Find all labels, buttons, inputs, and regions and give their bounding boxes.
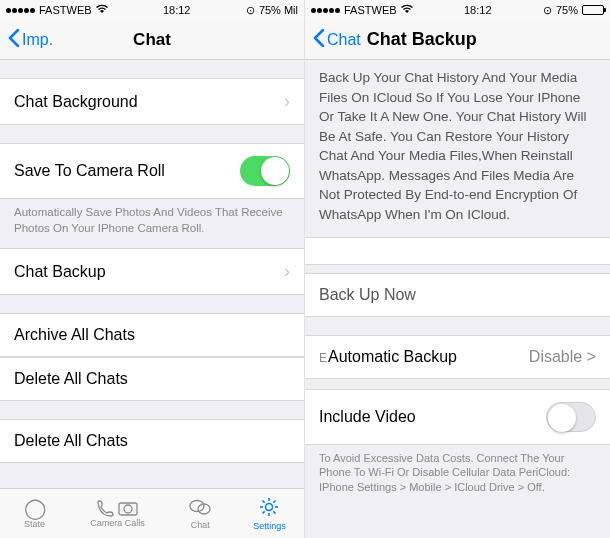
tab-state[interactable]: ◯ State: [0, 489, 69, 538]
battery-text: 75% Mil: [259, 4, 298, 16]
nav-bar: Imp. Chat: [0, 20, 304, 60]
spacer-cell: [305, 237, 610, 265]
delete-all-label: Delete All Chats: [14, 370, 128, 388]
nav-bar: Chat Chat Backup: [305, 20, 610, 60]
carrier-label: FASTWEB: [39, 4, 92, 16]
save-camera-roll-label: Save To Camera Roll: [14, 162, 165, 180]
tab-label: State: [24, 519, 45, 529]
chat-background-label: Chat Background: [14, 93, 138, 111]
auto-backup-label: Automatic Backup: [328, 348, 457, 366]
chevron-left-icon: [313, 29, 325, 51]
include-video-row: Include Video: [305, 389, 610, 445]
save-camera-roll-row: Save To Camera Roll: [0, 143, 304, 199]
page-title: Chat: [133, 30, 171, 50]
right-screen: FASTWEB 18:12 ⊙ 75% Chat Chat Backup Bac…: [305, 0, 610, 538]
phone-camera-icon: [96, 499, 138, 517]
status-bar: FASTWEB 18:12 ⊙ 75% Mil: [0, 0, 304, 20]
back-label: Imp.: [22, 31, 53, 49]
back-label: Chat: [327, 31, 361, 49]
tab-chat[interactable]: Chat: [166, 489, 235, 538]
status-time: 18:12: [413, 4, 543, 16]
chat-backup-label: Chat Backup: [14, 263, 106, 281]
delete-all-label: Delete All Chats: [14, 432, 128, 450]
auto-backup-value: Disable >: [529, 348, 596, 366]
archive-all-label: Archive All Chats: [14, 326, 135, 344]
auto-backup-prefix: E: [319, 351, 327, 365]
chat-background-row[interactable]: Chat Background ›: [0, 78, 304, 125]
tab-label: Camera Calls: [90, 518, 145, 528]
automatic-backup-row[interactable]: E Automatic Backup Disable >: [305, 335, 610, 379]
chevron-left-icon: [8, 29, 20, 51]
carrier-label: FASTWEB: [344, 4, 397, 16]
chat-backup-row[interactable]: Chat Backup ›: [0, 248, 304, 295]
status-circle-icon: ◯: [24, 498, 46, 518]
backup-now-label: Back Up Now: [319, 286, 416, 304]
signal-icon: [311, 8, 340, 13]
chat-bubbles-icon: [189, 498, 211, 519]
tab-label: Chat: [191, 520, 210, 530]
tab-bar: ◯ State Camera Calls Chat Settings: [0, 488, 304, 538]
svg-point-4: [266, 503, 273, 510]
status-time: 18:12: [108, 4, 246, 16]
wifi-icon: [96, 4, 108, 16]
page-title: Chat Backup: [367, 29, 477, 50]
backup-now-button[interactable]: Back Up Now: [305, 273, 610, 317]
archive-all-row[interactable]: Archive All Chats: [0, 313, 304, 357]
status-bar: FASTWEB 18:12 ⊙ 75%: [305, 0, 610, 20]
battery-text: 75%: [556, 4, 578, 16]
svg-point-1: [124, 505, 132, 513]
delete-all-row-2[interactable]: Delete All Chats: [0, 419, 304, 463]
svg-point-2: [190, 500, 204, 511]
tab-settings[interactable]: Settings: [235, 489, 304, 538]
alarm-icon: ⊙: [543, 4, 552, 17]
delete-all-row-1[interactable]: Delete All Chats: [0, 357, 304, 401]
gear-icon: [259, 497, 279, 520]
battery-icon: [582, 5, 604, 15]
back-button[interactable]: Imp.: [8, 29, 53, 51]
data-costs-footnote: To Avoid Excessive Data Costs. Connect T…: [305, 445, 610, 500]
wifi-icon: [401, 4, 413, 16]
include-video-toggle[interactable]: [546, 402, 596, 432]
alarm-icon: ⊙: [246, 4, 255, 17]
tab-label: Settings: [253, 521, 286, 531]
backup-description: Back Up Your Chat History And Your Media…: [305, 60, 610, 237]
save-camera-roll-footnote: Automatically Save Photos And Videos Tha…: [0, 199, 304, 240]
save-camera-roll-toggle[interactable]: [240, 156, 290, 186]
include-video-label: Include Video: [319, 408, 416, 426]
left-screen: FASTWEB 18:12 ⊙ 75% Mil Imp. Chat Chat B…: [0, 0, 305, 538]
chevron-right-icon: ›: [284, 261, 290, 282]
signal-icon: [6, 8, 35, 13]
back-button[interactable]: Chat: [313, 29, 361, 51]
tab-camera-calls[interactable]: Camera Calls: [69, 489, 166, 538]
chevron-right-icon: ›: [284, 91, 290, 112]
